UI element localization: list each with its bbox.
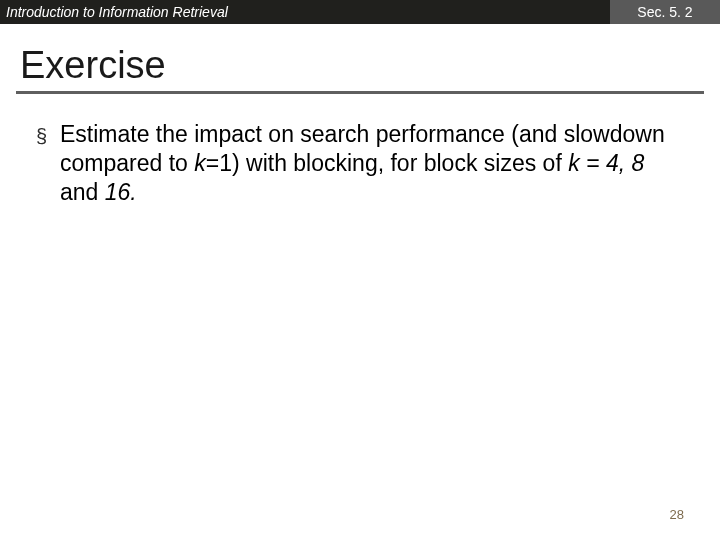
header-bar: Introduction to Information Retrieval Se… [0,0,720,24]
bullet-item: § Estimate the impact on search performa… [36,120,684,206]
slide-title: Exercise [20,44,720,87]
bullet-text-kvals: = 4, 8 [580,150,645,176]
bullet-text-16: 16. [105,179,137,205]
page-number: 28 [670,507,684,522]
slide-body: § Estimate the impact on search performa… [36,120,684,206]
bullet-text-kvals-var: k [568,150,580,176]
title-underline [16,91,704,94]
course-title: Introduction to Information Retrieval [0,0,610,24]
bullet-text-k1-eq: =1) with blocking, for block sizes of [206,150,568,176]
section-label: Sec. 5. 2 [610,0,720,24]
bullet-text-and: and [60,179,105,205]
bullet-text: Estimate the impact on search performanc… [60,120,684,206]
bullet-text-k1-var: k [194,150,206,176]
bullet-marker: § [36,120,60,149]
